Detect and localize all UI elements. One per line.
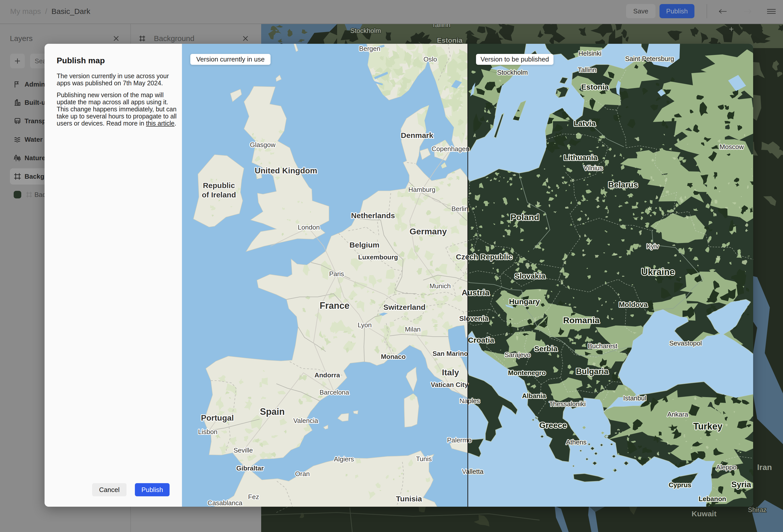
svg-text:Lebanon: Lebanon [699, 495, 726, 503]
svg-text:Paris: Paris [329, 270, 344, 278]
svg-text:Berlin: Berlin [451, 205, 468, 213]
svg-text:Lisbon: Lisbon [198, 428, 218, 436]
svg-text:Shiraz: Shiraz [748, 506, 766, 513]
svg-text:Palermo: Palermo [468, 436, 471, 444]
svg-text:Hamburg: Hamburg [408, 186, 436, 193]
svg-text:Belarus: Belarus [608, 180, 638, 189]
svg-text:Saint Petersburg: Saint Petersburg [625, 55, 674, 63]
svg-text:of Ireland: of Ireland [202, 191, 236, 199]
svg-text:Albania: Albania [522, 392, 546, 400]
svg-text:Tunis: Tunis [416, 455, 432, 463]
svg-text:Vatican City: Vatican City [431, 381, 468, 388]
svg-text:Lithuania: Lithuania [564, 153, 597, 162]
svg-text:Naples: Naples [468, 397, 480, 405]
svg-text:Estonia: Estonia [437, 36, 463, 44]
svg-text:Tunisia: Tunisia [396, 495, 422, 503]
svg-text:Seville: Seville [233, 446, 253, 454]
svg-text:Glasgow: Glasgow [250, 141, 275, 149]
svg-text:Cyprus: Cyprus [668, 481, 691, 489]
svg-text:Belgium: Belgium [349, 241, 379, 249]
svg-text:Moldova: Moldova [619, 301, 648, 309]
svg-text:Switzerland: Switzerland [383, 303, 426, 311]
svg-text:Casablanca: Casablanca [208, 499, 243, 507]
svg-text:Barcelona: Barcelona [319, 388, 349, 396]
svg-text:Monaco: Monaco [381, 353, 406, 361]
svg-text:Helsinki: Helsinki [578, 50, 601, 57]
svg-text:Syria: Syria [731, 480, 751, 489]
svg-text:France: France [320, 301, 349, 311]
svg-text:Italy: Italy [442, 368, 459, 377]
svg-text:Romania: Romania [563, 315, 600, 325]
svg-text:Munich: Munich [430, 282, 451, 290]
svg-text:Republic: Republic [203, 181, 235, 190]
svg-text:Aleppo: Aleppo [716, 463, 737, 471]
svg-text:Oran: Oran [295, 470, 310, 477]
svg-text:Moscow: Moscow [719, 143, 744, 151]
svg-text:Greece: Greece [539, 420, 567, 430]
svg-text:Spain: Spain [260, 406, 285, 417]
svg-text:Montenegro: Montenegro [508, 369, 546, 377]
svg-text:Vilnius: Vilnius [584, 164, 603, 172]
svg-text:Portugal: Portugal [201, 413, 234, 423]
svg-text:Austria: Austria [468, 288, 490, 297]
svg-text:Netherlands: Netherlands [351, 211, 395, 220]
svg-text:Palermo: Palermo [447, 436, 468, 444]
svg-text:Croatia: Croatia [468, 336, 494, 344]
svg-text:Czech Republic: Czech Republic [468, 253, 512, 261]
svg-text:Lyon: Lyon [357, 321, 372, 329]
svg-text:Andorra: Andorra [314, 371, 340, 379]
svg-text:Oslo: Oslo [424, 56, 437, 63]
svg-text:Slovakia: Slovakia [514, 272, 545, 280]
svg-text:Gibraltar: Gibraltar [237, 464, 264, 472]
svg-text:Czech Republic: Czech Republic [456, 253, 468, 261]
svg-text:Kyiv: Kyiv [646, 243, 659, 250]
svg-text:United Kingdom: United Kingdom [255, 166, 317, 175]
svg-text:Istanbul: Istanbul [623, 394, 646, 402]
svg-text:Iran: Iran [757, 463, 772, 472]
svg-text:Athens: Athens [566, 438, 587, 446]
svg-text:Valletta: Valletta [462, 468, 468, 475]
svg-text:Luxembourg: Luxembourg [358, 253, 398, 261]
svg-text:San Marino: San Marino [433, 350, 468, 357]
svg-text:Algiers: Algiers [334, 455, 354, 463]
svg-text:Fez: Fez [248, 493, 259, 501]
svg-text:Slovenia: Slovenia [459, 315, 468, 322]
svg-text:Kuwait: Kuwait [692, 509, 716, 518]
svg-text:Sevastopol: Sevastopol [669, 339, 702, 347]
svg-text:Valencia: Valencia [293, 417, 318, 425]
svg-text:Latvia: Latvia [574, 119, 596, 128]
svg-text:Slovenia: Slovenia [468, 315, 489, 322]
svg-text:Copenhagen: Copenhagen [432, 145, 468, 153]
svg-text:Ankara: Ankara [667, 410, 688, 418]
svg-text:Sarajevo: Sarajevo [505, 351, 531, 358]
svg-text:Valletta: Valletta [468, 468, 483, 475]
svg-text:Hungary: Hungary [509, 298, 540, 306]
svg-text:Germany: Germany [409, 226, 447, 236]
svg-text:Tallinn: Tallinn [578, 66, 596, 74]
svg-text:Tallinn: Tallinn [432, 24, 450, 29]
svg-text:Austria: Austria [462, 288, 468, 297]
svg-text:Thessaloniki: Thessaloniki [549, 400, 586, 408]
svg-text:Milan: Milan [405, 325, 420, 333]
svg-text:Bucharest: Bucharest [588, 342, 618, 350]
svg-text:Estonia: Estonia [581, 83, 609, 91]
svg-text:Turkey: Turkey [693, 421, 722, 432]
svg-text:Stockholm: Stockholm [350, 27, 381, 34]
svg-text:London: London [298, 223, 320, 231]
svg-text:Denmark: Denmark [401, 131, 434, 139]
svg-text:Poland: Poland [510, 212, 539, 222]
svg-text:Ukraine: Ukraine [641, 267, 675, 277]
svg-text:Serbia: Serbia [534, 344, 558, 353]
svg-text:Bulgaria: Bulgaria [576, 367, 608, 376]
svg-text:Stockholm: Stockholm [497, 69, 528, 76]
svg-text:Naples: Naples [460, 397, 468, 405]
svg-text:Bergen: Bergen [359, 45, 380, 52]
